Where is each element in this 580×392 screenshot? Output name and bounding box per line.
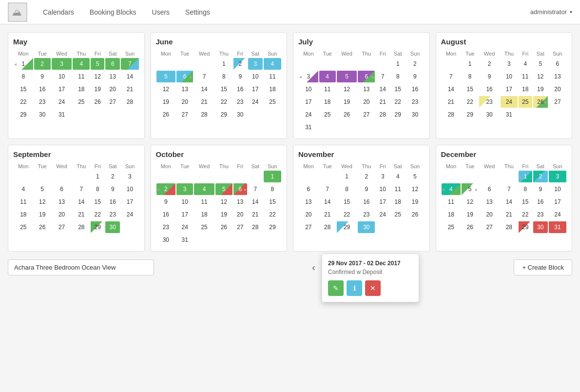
day-cell[interactable]: 26▸: [533, 96, 548, 108]
day-cell[interactable]: 13: [176, 83, 193, 96]
day-cell[interactable]: 6: [479, 183, 500, 196]
day-cell[interactable]: 23: [357, 208, 375, 221]
day-cell[interactable]: 16: [34, 83, 51, 96]
day-cell[interactable]: 3: [51, 58, 73, 70]
day-cell[interactable]: 22: [336, 208, 358, 221]
day-cell[interactable]: 12: [34, 196, 51, 208]
day-cell[interactable]: 31: [548, 221, 567, 234]
day-cell[interactable]: 30: [34, 108, 51, 121]
day-cell[interactable]: 18: [263, 83, 282, 96]
day-cell[interactable]: 26: [34, 221, 51, 234]
day-cell[interactable]: 14: [500, 196, 518, 208]
day-cell[interactable]: 30: [105, 221, 120, 234]
day-cell[interactable]: 18: [441, 208, 462, 221]
day-cell[interactable]: 22: [13, 96, 34, 108]
day-cell[interactable]: 11: [13, 196, 34, 208]
day-cell[interactable]: 20: [51, 208, 73, 221]
day-cell[interactable]: 9: [34, 70, 51, 83]
day-cell[interactable]: 25: [390, 208, 406, 221]
day-cell[interactable]: 9: [233, 70, 248, 83]
day-cell[interactable]: 9: [156, 196, 176, 208]
day-cell[interactable]: 18: [193, 208, 215, 221]
day-cell[interactable]: 10: [548, 183, 567, 196]
day-cell[interactable]: 26: [336, 108, 358, 121]
day-cell[interactable]: 28: [248, 221, 263, 234]
day-cell[interactable]: 21: [193, 96, 215, 108]
day-cell[interactable]: 27: [105, 96, 120, 108]
day-cell[interactable]: 28: [319, 221, 336, 234]
day-cell[interactable]: 8: [263, 183, 282, 196]
day-cell[interactable]: 16: [406, 83, 424, 96]
day-cell[interactable]: 20: [233, 208, 248, 221]
day-cell[interactable]: 12: [406, 183, 424, 196]
day-cell[interactable]: 18: [319, 96, 336, 108]
day-cell[interactable]: 31: [500, 108, 518, 121]
prev-year-button[interactable]: ‹: [312, 262, 315, 273]
day-cell[interactable]: 9: [357, 183, 375, 196]
day-cell[interactable]: 3: [248, 58, 263, 70]
day-cell[interactable]: 8: [390, 70, 406, 83]
day-cell[interactable]: 29: [263, 221, 282, 234]
day-cell[interactable]: 16: [156, 208, 176, 221]
day-cell[interactable]: 31: [176, 234, 193, 246]
day-cell[interactable]: 11: [518, 70, 533, 83]
day-cell[interactable]: 19: [406, 196, 424, 208]
day-cell[interactable]: 24: [176, 221, 193, 234]
day-cell[interactable]: 3: [500, 58, 518, 70]
day-cell[interactable]: 26: [406, 208, 424, 221]
day-cell[interactable]: 27: [51, 221, 73, 234]
day-cell[interactable]: 21: [72, 208, 90, 221]
day-cell[interactable]: 13: [357, 83, 375, 96]
day-cell[interactable]: 30: [479, 108, 500, 121]
day-cell[interactable]: 12: [336, 83, 358, 96]
day-cell[interactable]: 22: [215, 96, 233, 108]
day-cell[interactable]: 16: [233, 83, 248, 96]
day-cell[interactable]: 25: [263, 96, 282, 108]
user-menu[interactable]: administrator ▾: [530, 8, 572, 16]
day-cell[interactable]: 29: [215, 108, 233, 121]
day-cell[interactable]: 30: [156, 234, 176, 246]
day-cell[interactable]: 13: [51, 196, 73, 208]
day-cell[interactable]: 21: [120, 83, 139, 96]
day-cell[interactable]: 25: [72, 96, 90, 108]
day-cell[interactable]: 4: [193, 183, 215, 196]
day-cell[interactable]: 18: [13, 208, 34, 221]
day-cell[interactable]: 11: [193, 196, 215, 208]
day-cell[interactable]: 18: [518, 83, 533, 96]
day-cell[interactable]: 4◂: [441, 183, 462, 196]
day-cell[interactable]: 7▸: [120, 58, 139, 70]
day-cell[interactable]: 25: [441, 221, 462, 234]
day-cell[interactable]: 3: [548, 170, 567, 183]
day-cell[interactable]: 29: [90, 221, 105, 234]
day-cell[interactable]: 12: [533, 70, 548, 83]
day-cell[interactable]: 10: [51, 70, 73, 83]
day-cell[interactable]: 15: [390, 83, 406, 96]
day-cell[interactable]: 2: [34, 58, 51, 70]
day-cell[interactable]: 15: [215, 83, 233, 96]
day-cell[interactable]: 22: [390, 96, 406, 108]
day-cell[interactable]: 11: [263, 70, 282, 83]
day-cell[interactable]: 17: [548, 196, 567, 208]
day-cell[interactable]: 25: [319, 108, 336, 121]
day-cell[interactable]: 28: [375, 108, 390, 121]
day-cell[interactable]: 6▸: [176, 70, 193, 83]
day-cell[interactable]: 15: [90, 196, 105, 208]
day-cell[interactable]: 3: [375, 170, 390, 183]
day-cell[interactable]: 14: [441, 83, 462, 96]
day-cell[interactable]: 5: [215, 183, 233, 196]
day-cell[interactable]: 27: [479, 221, 500, 234]
popup-edit-button[interactable]: ✎: [328, 280, 344, 283]
day-cell[interactable]: 26: [215, 221, 233, 234]
day-cell[interactable]: 24: [548, 208, 567, 221]
day-cell[interactable]: 7: [72, 183, 90, 196]
day-cell[interactable]: 11: [390, 183, 406, 196]
day-cell[interactable]: 14: [72, 196, 90, 208]
day-cell[interactable]: 24: [120, 208, 139, 221]
day-cell[interactable]: 5: [533, 58, 548, 70]
day-cell[interactable]: 14: [193, 83, 215, 96]
day-cell[interactable]: 30: [233, 108, 248, 121]
day-cell[interactable]: 29: [336, 221, 358, 234]
nav-users[interactable]: Users: [144, 0, 178, 24]
day-cell[interactable]: 6▸: [357, 70, 375, 83]
day-cell[interactable]: 2: [406, 58, 424, 70]
